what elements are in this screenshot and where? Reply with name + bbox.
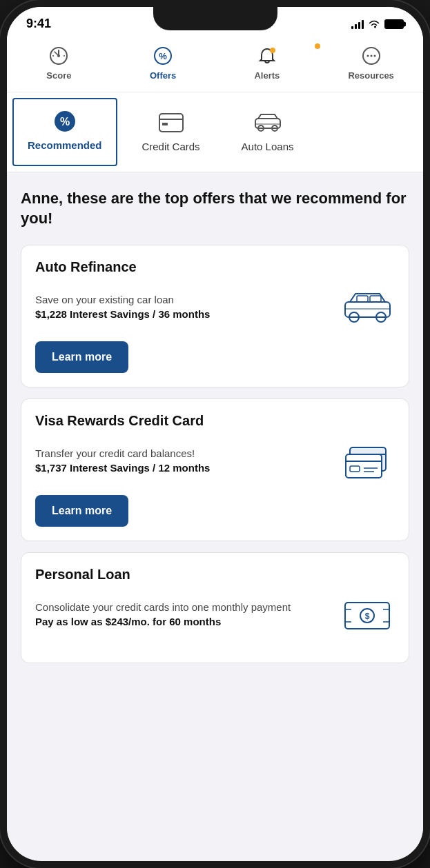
status-time: 9:41 — [26, 17, 51, 31]
offer-details-personal-loan: Consolidate your credit cards into one m… — [35, 594, 395, 635]
nav-label-offers: Offers — [150, 70, 176, 81]
offer-title-visa-rewards: Visa Rewards Credit Card — [35, 413, 395, 429]
auto-loans-tab-icon — [255, 110, 280, 135]
svg-rect-26 — [357, 296, 368, 302]
page-heading: Anne, these are the top offers that we r… — [21, 189, 409, 228]
nav-item-resources[interactable]: Resources — [319, 45, 423, 81]
nav-item-score[interactable]: Score — [7, 45, 111, 81]
offer-title-auto-refinance: Auto Refinance — [35, 259, 395, 275]
nav-item-offers[interactable]: % Offers — [111, 45, 215, 81]
tab-credit-cards[interactable]: Credit Cards — [123, 98, 219, 166]
resources-icon — [360, 45, 382, 67]
svg-text:$: $ — [365, 612, 370, 621]
tab-label-credit-cards: Credit Cards — [141, 141, 199, 152]
svg-rect-22 — [345, 302, 390, 317]
screen: Score % Offers — [7, 37, 423, 856]
tab-recommended[interactable]: % Recommended — [12, 98, 117, 166]
nav-label-alerts: Alerts — [254, 70, 280, 81]
nav-item-alerts[interactable]: Alerts — [215, 45, 320, 81]
signal-icon — [351, 19, 364, 29]
svg-point-10 — [367, 55, 369, 57]
offer-text-auto-refinance: Save on your existing car loan $1,228 In… — [35, 294, 340, 320]
tab-label-auto-loans: Auto Loans — [242, 141, 294, 152]
score-icon — [48, 45, 70, 67]
offer-savings-auto-refinance: $1,228 Interest Savings / 36 months — [35, 308, 340, 320]
offer-title-personal-loan: Personal Loan — [35, 567, 395, 583]
svg-point-3 — [57, 54, 60, 57]
offer-details-auto-refinance: Save on your existing car loan $1,228 In… — [35, 286, 395, 327]
category-tabs: % Recommended Credit Cards — [7, 92, 423, 172]
svg-point-11 — [370, 55, 372, 57]
car-icon — [340, 286, 395, 327]
credit-cards-tab-icon — [159, 110, 184, 135]
nav-label-score: Score — [46, 70, 71, 81]
offer-description-visa-rewards: Transfer your credit card balances! — [35, 447, 340, 459]
phone-frame: 9:41 — [0, 0, 430, 868]
offer-savings-visa-rewards: $1,737 Interest Savings / 12 months — [35, 462, 340, 474]
offer-text-personal-loan: Consolidate your credit cards into one m… — [35, 601, 340, 627]
offer-card-visa-rewards: Visa Rewards Credit Card Transfer your c… — [21, 398, 409, 541]
svg-text:%: % — [159, 51, 167, 61]
recommended-tab-icon: % — [52, 109, 77, 134]
offer-card-personal-loan: Personal Loan Consolidate your credit ca… — [21, 552, 409, 663]
offers-icon: % — [152, 45, 174, 67]
learn-more-button-visa-rewards[interactable]: Learn more — [35, 495, 128, 527]
tab-auto-loans[interactable]: Auto Loans — [219, 98, 316, 166]
svg-point-8 — [270, 48, 275, 53]
cash-icon: $ — [340, 594, 395, 635]
offer-description-personal-loan: Consolidate your credit cards into one m… — [35, 601, 340, 613]
wifi-icon — [368, 19, 380, 29]
svg-rect-27 — [370, 296, 381, 302]
svg-rect-17 — [162, 123, 168, 125]
battery-icon — [384, 19, 404, 29]
credit-card-stack-icon — [340, 440, 395, 481]
offer-card-auto-refinance: Auto Refinance Save on your existing car… — [21, 245, 409, 387]
alerts-icon — [256, 45, 278, 67]
offer-savings-personal-loan: Pay as low as $243/mo. for 60 months — [35, 616, 340, 627]
learn-more-button-auto-refinance[interactable]: Learn more — [35, 341, 128, 373]
tab-label-recommended: Recommended — [28, 139, 102, 151]
offer-text-visa-rewards: Transfer your credit card balances! $1,7… — [35, 447, 340, 474]
offer-description-auto-refinance: Save on your existing car loan — [35, 294, 340, 305]
svg-text:%: % — [60, 116, 70, 128]
svg-point-12 — [373, 55, 375, 57]
offer-details-visa-rewards: Transfer your credit card balances! $1,7… — [35, 440, 395, 481]
main-content: Anne, these are the top offers that we r… — [7, 172, 423, 691]
status-icons — [351, 19, 404, 29]
nav-label-resources: Resources — [348, 70, 393, 81]
nav-bar: Score % Offers — [7, 37, 423, 92]
notch — [153, 7, 277, 30]
